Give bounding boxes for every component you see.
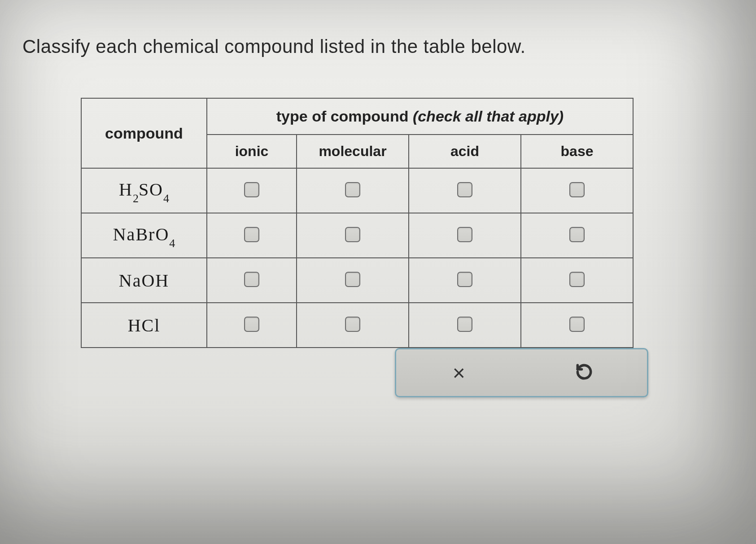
header-acid: acid (409, 135, 521, 168)
header-type-suffix: (check all that apply) (413, 108, 564, 125)
header-type-prefix: type of compound (276, 108, 413, 125)
checkbox-molecular[interactable] (345, 182, 360, 197)
checkbox-molecular[interactable] (345, 317, 360, 332)
compound-cell: HCl (81, 303, 207, 348)
table-row: HCl (81, 303, 633, 348)
control-bar: × (395, 348, 648, 397)
checkbox-ionic[interactable] (244, 272, 259, 287)
header-base: base (521, 135, 633, 168)
table-row: H2SO4 (81, 168, 633, 213)
compound-table: compound type of compound (check all tha… (81, 98, 634, 348)
checkbox-base[interactable] (569, 317, 585, 332)
question-text: Classify each chemical compound listed i… (22, 36, 734, 57)
checkbox-acid[interactable] (457, 182, 472, 197)
header-type: type of compound (check all that apply) (207, 98, 633, 135)
checkbox-molecular[interactable] (345, 272, 360, 287)
checkbox-ionic[interactable] (244, 227, 259, 242)
checkbox-base[interactable] (569, 227, 585, 242)
checkbox-ionic[interactable] (244, 317, 259, 332)
checkbox-acid[interactable] (457, 227, 472, 242)
table-row: NaOH (81, 258, 633, 303)
table-row: NaBrO4 (81, 213, 633, 258)
close-icon: × (453, 361, 465, 385)
compound-cell: NaOH (81, 258, 207, 303)
header-molecular: molecular (297, 135, 409, 168)
checkbox-molecular[interactable] (345, 227, 360, 242)
compound-cell: H2SO4 (81, 168, 207, 213)
checkbox-acid[interactable] (457, 317, 472, 332)
compound-cell: NaBrO4 (81, 213, 207, 258)
checkbox-base[interactable] (569, 182, 585, 197)
checkbox-ionic[interactable] (244, 182, 259, 197)
checkbox-base[interactable] (569, 272, 585, 287)
clear-button[interactable]: × (446, 359, 472, 386)
header-compound: compound (81, 98, 207, 168)
checkbox-acid[interactable] (457, 272, 472, 287)
reset-button[interactable] (571, 359, 598, 386)
reset-icon (574, 362, 594, 383)
header-ionic: ionic (207, 135, 297, 168)
